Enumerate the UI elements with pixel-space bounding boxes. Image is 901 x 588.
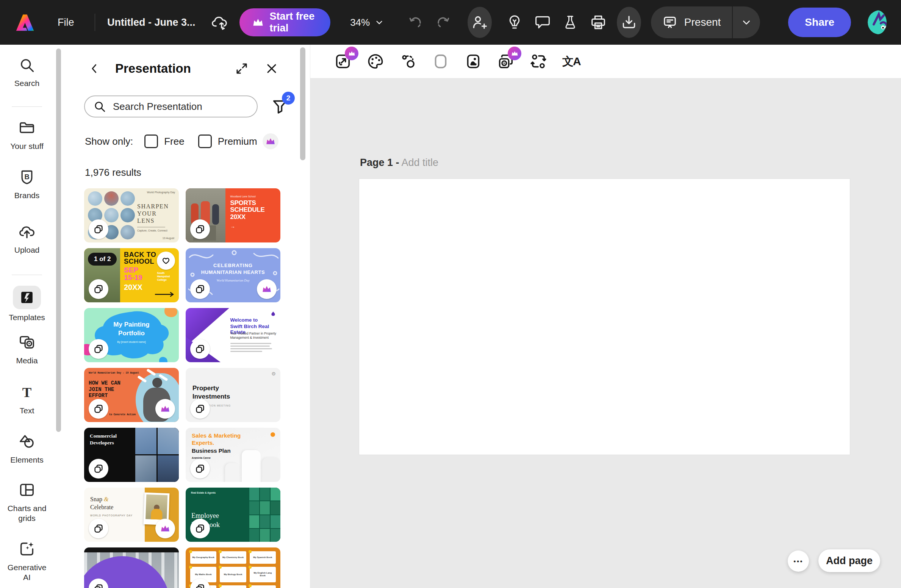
apply-to-all-pages-icon[interactable] <box>497 53 515 70</box>
file-menu[interactable]: File <box>58 17 74 28</box>
comment-icon[interactable] <box>534 14 551 31</box>
sidebar-item-search[interactable]: Search <box>0 57 54 88</box>
multi-page-icon[interactable] <box>190 519 210 538</box>
free-label: Free <box>164 136 184 147</box>
filter-button[interactable]: 2 <box>271 98 289 115</box>
search-input[interactable] <box>112 100 249 113</box>
template-card-painting-portfolio[interactable]: My Painting Portfolio By [insert student… <box>84 308 179 362</box>
template-title-line: 20XX <box>124 283 142 292</box>
add-page-button[interactable]: Add page <box>818 549 880 572</box>
multi-page-icon[interactable] <box>89 219 108 239</box>
multi-page-icon[interactable] <box>190 219 210 239</box>
multi-page-icon[interactable] <box>89 519 108 538</box>
template-card-my-books[interactable]: My Geography Book My Chemistry Book My S… <box>186 547 280 588</box>
upload-cloud-icon <box>18 223 36 240</box>
sidebar-item-charts-and-grids[interactable]: Charts and grids <box>0 481 54 523</box>
book-card: My Physics Book <box>220 585 246 588</box>
multi-page-icon[interactable] <box>89 459 108 479</box>
download-icon[interactable] <box>617 7 641 38</box>
book-card: My Geography Book <box>190 551 216 564</box>
template-title-line: Sales & Marketing <box>192 432 241 439</box>
free-checkbox[interactable] <box>144 134 158 148</box>
search-box[interactable] <box>84 95 258 117</box>
template-card-back-to-school[interactable]: BACK TO SCHOOL SEP 15-19 20XX South Hamp… <box>84 248 179 302</box>
multi-page-icon[interactable] <box>190 279 210 299</box>
present-menu-chevron[interactable] <box>733 6 760 38</box>
multi-page-icon[interactable] <box>190 459 210 479</box>
multi-page-icon[interactable] <box>190 339 210 359</box>
multi-page-icon[interactable] <box>190 399 210 419</box>
template-card-commercial-developers[interactable]: Commercial Developers <box>84 428 179 482</box>
sidebar-item-media[interactable]: Media <box>0 333 54 366</box>
sidebar-item-brands[interactable]: B Brands <box>0 169 54 200</box>
crown-icon <box>252 17 264 27</box>
theme-palette-icon[interactable] <box>367 53 384 70</box>
more-options-button[interactable]: ●●● <box>788 550 809 572</box>
favorite-heart-icon[interactable] <box>157 252 175 270</box>
animate-icon[interactable] <box>399 53 417 70</box>
sidebar-item-your-stuff[interactable]: Your stuff <box>0 119 54 151</box>
sidebar-label: Your stuff <box>0 141 54 151</box>
close-icon[interactable] <box>265 62 278 75</box>
template-card-join-the-effort[interactable]: World Humanitarian Day - 19 August HOW W… <box>84 368 179 422</box>
start-free-trial-button[interactable]: Start free trial <box>239 8 331 36</box>
share-button[interactable]: Share <box>788 8 851 37</box>
redo-icon[interactable] <box>435 14 451 30</box>
page-label: Page 1 - Add title <box>360 157 438 169</box>
shuffle-variations-icon[interactable] <box>530 53 547 70</box>
top-bar: File Untitled - June 3... Start free tri… <box>0 0 901 45</box>
add-collaborator-icon[interactable] <box>468 7 492 38</box>
resize-icon[interactable] <box>334 53 352 70</box>
search-icon <box>93 100 106 113</box>
print-icon[interactable] <box>590 14 607 31</box>
grid-layout-icon <box>18 481 36 499</box>
back-icon[interactable] <box>89 63 100 74</box>
template-card-employee-handbook[interactable]: Real Estate & Agents Employee Handbook <box>186 488 280 542</box>
present-button[interactable]: Present <box>651 6 732 38</box>
gear-icon: ⚙ <box>271 371 276 377</box>
templates-icon <box>19 289 35 305</box>
multi-page-icon[interactable] <box>89 339 108 359</box>
sidebar-item-templates[interactable]: Templates <box>0 286 54 322</box>
brand-shield-icon: B <box>19 169 35 186</box>
multi-page-icon[interactable] <box>89 399 108 419</box>
template-card-humanitarian-hearts[interactable]: CELEBRATING HUMANITARIAN HEARTS World Hu… <box>186 248 280 302</box>
panel-scrollbar[interactable] <box>300 47 305 160</box>
background-image-icon[interactable] <box>465 53 482 70</box>
sidebar-item-generative-ai[interactable]: Generative AI <box>0 540 54 582</box>
translate-icon[interactable]: 文A <box>562 54 580 69</box>
premium-checkbox[interactable] <box>198 134 212 148</box>
template-title-line: Developers <box>90 440 114 446</box>
template-title-line: Commercial <box>90 433 117 439</box>
sidebar-item-text[interactable]: T Text <box>0 384 54 416</box>
template-card-property-investments[interactable]: ⚙ Property Investments PRESENTATION MEET… <box>186 368 280 422</box>
undo-icon[interactable] <box>408 14 424 30</box>
template-card-welcome[interactable]: Welcome <box>84 547 179 588</box>
headshot-grid <box>249 488 281 542</box>
beta-flask-icon[interactable] <box>562 14 578 30</box>
template-card-sharpen-your-lens[interactable]: World Photography Day SHARPEN YOUR LENS … <box>84 188 179 242</box>
template-card-swift-birch[interactable]: Welcome to Swift Birch Real Estate Your … <box>186 308 280 362</box>
sidebar-scrollbar[interactable] <box>56 48 61 432</box>
template-card-business-plan[interactable]: Sales & Marketing Experts. Business Plan… <box>186 428 280 482</box>
multi-page-icon[interactable] <box>89 279 108 299</box>
lightbulb-icon[interactable] <box>506 14 523 31</box>
account-avatar[interactable] <box>868 10 887 34</box>
expand-icon[interactable] <box>235 62 249 75</box>
present-icon <box>662 15 677 30</box>
present-label: Present <box>684 16 721 28</box>
template-card-snap-celebrate[interactable]: Snap & Celebrate WORLD PHOTOGRAPHY DAY <box>84 488 179 542</box>
sidebar-item-elements[interactable]: Elements <box>0 433 54 465</box>
book-card: My English Lang Book <box>250 567 276 582</box>
document-page[interactable] <box>359 179 850 455</box>
template-title-line: YOUR LENS <box>137 210 174 224</box>
cloud-sync-icon[interactable] <box>211 14 228 31</box>
zoom-control[interactable]: 34% <box>350 17 383 28</box>
template-card-sports-schedule[interactable]: Woodland Lane School SPORTS SCHEDULE 20X… <box>186 188 280 242</box>
document-title[interactable]: Untitled - June 3... <box>107 17 196 28</box>
sidebar-item-upload[interactable]: Upload <box>0 223 54 255</box>
present-button-group: Present <box>651 6 760 38</box>
adobe-express-logo-icon[interactable] <box>14 13 36 32</box>
page-title-placeholder[interactable]: Add title <box>402 157 439 168</box>
background-color-swatch[interactable] <box>432 53 449 70</box>
